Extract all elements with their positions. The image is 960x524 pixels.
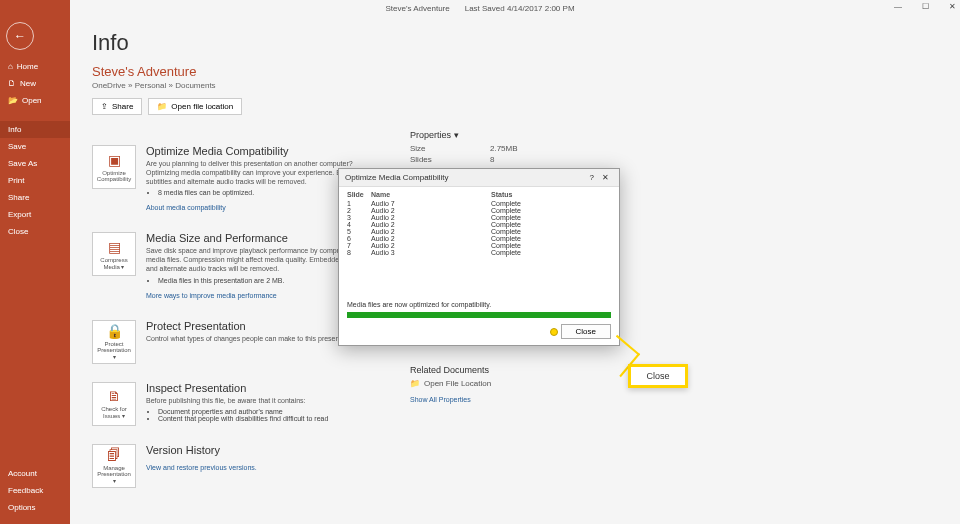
col-status: Status: [491, 191, 571, 198]
optimize-icon: ▣: [108, 152, 121, 168]
new-icon: 🗋: [8, 79, 16, 88]
sidebar-item-label: Save As: [8, 159, 37, 168]
sidebar-item-label: Info: [8, 125, 21, 134]
sidebar-item-save[interactable]: Save: [0, 138, 70, 155]
dialog-titlebar: Optimize Media Compatibility ? ✕: [339, 169, 619, 187]
card-label: Protect Presentation ▾: [95, 341, 133, 360]
media-table: Slide Name Status 1Audio 7Complete 2Audi…: [339, 187, 619, 299]
sidebar-item-label: Feedback: [8, 486, 43, 495]
about-compat-link[interactable]: About media compatibility: [146, 204, 226, 211]
window-titlebar: Steve's Adventure Last Saved 4/14/2017 2…: [0, 0, 960, 16]
card-label: Manage Presentation ▾: [95, 465, 133, 484]
sidebar-item-label: Open: [22, 96, 42, 105]
protect-presentation-button[interactable]: 🔒Protect Presentation ▾: [92, 320, 136, 364]
property-row: Size2.75MB: [410, 144, 518, 153]
window-controls: — ☐ ✕: [894, 2, 956, 11]
sidebar-item-close[interactable]: Close: [0, 223, 70, 240]
backstage-sidebar: ← ⌂Home 🗋New 📂Open Info Save Save As Pri…: [0, 0, 70, 524]
related-documents: Related Documents 📁Open File Location Sh…: [410, 365, 491, 404]
bullet: Document properties and author's name: [158, 408, 328, 415]
section-title: Version History: [146, 444, 257, 456]
share-button[interactable]: ⇪Share: [92, 98, 142, 115]
dialog-title: Optimize Media Compatibility: [345, 173, 449, 182]
section-title: Inspect Presentation: [146, 382, 328, 394]
sidebar-item-label: Account: [8, 469, 37, 478]
progress-bar: [347, 312, 611, 318]
inspect-section: 🗎Check for Issues ▾ Inspect Presentation…: [92, 382, 376, 426]
card-label: Compress Media ▾: [95, 257, 133, 270]
show-all-props-link[interactable]: Show All Properties: [410, 396, 471, 403]
sidebar-item-saveas[interactable]: Save As: [0, 155, 70, 172]
sidebar-item-print[interactable]: Print: [0, 172, 70, 189]
table-row: 4Audio 2Complete: [347, 221, 611, 228]
open-icon: 📂: [8, 96, 18, 105]
media-section: ▤Compress Media ▾ Media Size and Perform…: [92, 232, 376, 301]
section-desc: Control what types of changes people can…: [146, 334, 358, 343]
maximize-button[interactable]: ☐: [922, 2, 929, 11]
table-row: 8Audio 3Complete: [347, 249, 611, 256]
table-row: 6Audio 2Complete: [347, 235, 611, 242]
history-section: 🗐Manage Presentation ▾ Version History V…: [92, 444, 376, 488]
sidebar-item-label: Print: [8, 176, 24, 185]
sidebar-item-new[interactable]: 🗋New: [0, 75, 70, 92]
media-perf-link[interactable]: More ways to improve media performance: [146, 292, 277, 299]
sidebar-item-home[interactable]: ⌂Home: [0, 58, 70, 75]
sidebar-item-options[interactable]: Options: [0, 499, 70, 516]
dialog-close-icon[interactable]: ✕: [598, 173, 613, 182]
compress-icon: ▤: [108, 239, 121, 255]
related-heading: Related Documents: [410, 365, 491, 375]
optimize-compatibility-button[interactable]: ▣Optimize Compatibility: [92, 145, 136, 189]
doc-title: Steve's Adventure: [385, 4, 449, 13]
sidebar-item-label: Options: [8, 503, 36, 512]
link-label: Open File Location: [424, 379, 491, 388]
document-path: OneDrive » Personal » Documents: [92, 81, 938, 90]
sidebar-item-info[interactable]: Info: [0, 121, 70, 138]
table-row: 2Audio 2Complete: [347, 207, 611, 214]
open-location-label: Open file location: [171, 102, 233, 111]
open-file-location-link[interactable]: 📁Open File Location: [410, 379, 491, 388]
table-header: Slide Name Status: [347, 191, 611, 198]
close-callout: Close: [628, 364, 688, 388]
sidebar-item-open[interactable]: 📂Open: [0, 92, 70, 109]
check-issues-button[interactable]: 🗎Check for Issues ▾: [92, 382, 136, 426]
sidebar-item-label: Close: [8, 227, 28, 236]
lock-icon: 🔒: [106, 323, 123, 339]
col-slide: Slide: [347, 191, 371, 198]
compress-media-button[interactable]: ▤Compress Media ▾: [92, 232, 136, 276]
sidebar-item-label: Share: [8, 193, 29, 202]
properties-heading[interactable]: Properties ▾: [410, 130, 518, 140]
optimize-dialog: Optimize Media Compatibility ? ✕ Slide N…: [338, 168, 620, 346]
version-history-link[interactable]: View and restore previous versions.: [146, 464, 257, 471]
sidebar-item-account[interactable]: Account: [0, 465, 70, 482]
open-location-button[interactable]: 📁Open file location: [148, 98, 242, 115]
dialog-help-button[interactable]: ?: [586, 173, 598, 182]
folder-icon: 📁: [410, 379, 420, 388]
sidebar-item-feedback[interactable]: Feedback: [0, 482, 70, 499]
share-label: Share: [112, 102, 133, 111]
prop-key: Size: [410, 144, 460, 153]
sidebar-item-label: Save: [8, 142, 26, 151]
history-icon: 🗐: [107, 447, 121, 463]
progress-fill: [347, 312, 611, 318]
sidebar-item-label: Home: [17, 62, 38, 71]
minimize-button[interactable]: —: [894, 2, 902, 11]
home-icon: ⌂: [8, 62, 13, 71]
manage-presentation-button[interactable]: 🗐Manage Presentation ▾: [92, 444, 136, 488]
close-window-button[interactable]: ✕: [949, 2, 956, 11]
highlight-dot-icon: [550, 328, 558, 336]
prop-val: 8: [490, 155, 494, 164]
table-row: 1Audio 7Complete: [347, 200, 611, 207]
section-title: Optimize Media Compatibility: [146, 145, 376, 157]
back-arrow-icon: ←: [14, 29, 26, 43]
dialog-close-button[interactable]: Close: [561, 324, 611, 339]
optimize-section: ▣Optimize Compatibility Optimize Media C…: [92, 145, 376, 214]
sidebar-item-share[interactable]: Share: [0, 189, 70, 206]
protect-section: 🔒Protect Presentation ▾ Protect Presenta…: [92, 320, 376, 364]
callout-label: Close: [646, 371, 669, 381]
section-title: Protect Presentation: [146, 320, 358, 332]
table-row: 3Audio 2Complete: [347, 214, 611, 221]
properties-panel: Properties ▾ Size2.75MB Slides8: [410, 130, 518, 166]
prop-key: Slides: [410, 155, 460, 164]
sidebar-item-export[interactable]: Export: [0, 206, 70, 223]
back-button[interactable]: ←: [6, 22, 34, 50]
